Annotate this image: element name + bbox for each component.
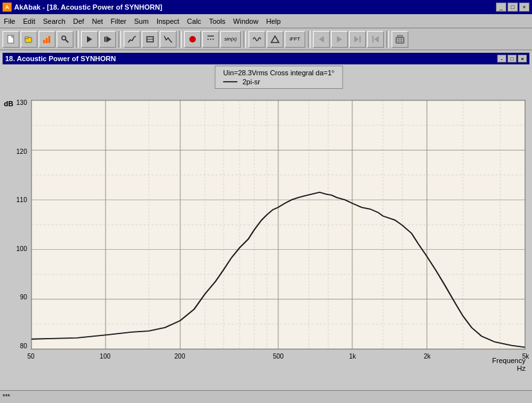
inner-title-buttons: - □ × [497,55,527,62]
svg-marker-8 [87,36,92,42]
triangle-button[interactable] [267,31,283,48]
new-button[interactable] [3,31,19,48]
close-button[interactable]: × [519,3,529,12]
plot-area [31,100,526,350]
tool8-button[interactable] [142,31,158,48]
maximize-button[interactable]: □ [508,3,518,12]
app-icon: A [3,3,12,12]
inner-minimize-button[interactable]: - [497,55,506,62]
inner-window-title: 18. Acoustic Power of SYNHORN [5,55,116,62]
tool-last-button[interactable] [349,31,366,48]
tool5-button[interactable] [81,31,98,48]
ifft-button[interactable]: iFFT [285,31,305,48]
x-tick-2k: 2k [424,353,431,360]
toolbar-sep4 [243,31,246,48]
menu-inspect[interactable]: Inspect [153,16,183,26]
minimize-button[interactable]: _ [496,3,506,12]
y-tick-120: 120 [16,149,27,155]
menu-filter[interactable]: Filter [107,16,130,26]
title-buttons: _ □ × [496,3,529,12]
title-bar: A AkAbak - [18. Acoustic Power of SYNHOR… [0,0,532,14]
tool6-button[interactable] [99,31,116,48]
svg-rect-5 [48,36,50,43]
title-left: A AkAbak - [18. Acoustic Power of SYNHOR… [3,3,162,12]
tool-first-button[interactable] [367,31,384,48]
menu-file[interactable]: File [0,16,19,26]
tool7-button[interactable] [124,31,140,48]
toolbar-sep5 [308,31,310,48]
x-tick-50: 50 [27,353,34,360]
chart-container: dB Uin=28.3Vrms Cross integral da=1° 2pi… [3,64,529,372]
tool-marker-button[interactable] [202,31,219,48]
svg-marker-19 [374,36,379,42]
svg-marker-14 [271,36,279,42]
inner-maximize-button[interactable]: □ [508,55,517,62]
tool-dot-button[interactable] [184,31,201,48]
svg-rect-20 [372,36,374,42]
x-axis-label-container: Frequency Hz [492,351,526,372]
sin-button[interactable]: sin(x) [220,31,241,48]
x-axis-unit: Hz [517,364,526,372]
legend-series-label: 2pi-sr [243,78,261,86]
svg-rect-18 [359,36,361,42]
toolbar-sep6 [386,31,389,48]
tool-left-button[interactable] [313,31,330,48]
wave-button[interactable] [249,31,265,48]
legend-dash-icon [223,81,238,82]
y-tick-100: 100 [16,246,27,252]
menu-edit[interactable]: Edit [19,16,39,26]
open-button[interactable] [21,31,37,48]
toolbar-sep1 [76,31,79,48]
y-axis-ticks: 130 120 110 100 90 80 [3,100,30,350]
tool4-button[interactable] [57,31,73,48]
x-axis-label: Frequency [492,357,526,364]
toolbar: sin(x) iFFT [0,28,532,50]
x-tick-200: 200 [175,353,185,360]
toolbar-sep2 [119,31,121,48]
title-text: AkAbak - [18. Acoustic Power of SYNHORN] [14,3,162,11]
svg-marker-15 [319,36,324,42]
menu-net[interactable]: Net [88,16,107,26]
menu-bar: File Edit Search Def Net Filter Sum Insp… [0,14,532,28]
svg-rect-4 [46,38,48,43]
inner-close-button[interactable]: × [518,55,527,62]
svg-line-7 [65,39,68,42]
x-axis-ticks: 50 100 200 500 1k 2k 5k [31,351,526,372]
status-text-1: *** [3,393,10,400]
svg-point-13 [189,36,196,42]
legend-series: 2pi-sr [223,78,335,86]
menu-search[interactable]: Search [39,16,70,26]
y-tick-110: 110 [16,197,27,203]
y-tick-90: 90 [20,294,27,301]
chart-button[interactable] [39,31,55,48]
tool-list-button[interactable] [392,31,408,48]
svg-rect-9 [104,37,106,42]
chart-svg [32,100,525,349]
legend-box: Uin=28.3Vrms Cross integral da=1° 2pi-sr [215,66,343,89]
y-tick-80: 80 [20,343,27,350]
tool9-button[interactable] [160,31,176,48]
toolbar-sep3 [179,31,182,48]
svg-marker-17 [354,36,359,42]
x-tick-1k: 1k [349,353,356,360]
inner-window-title-bar: 18. Acoustic Power of SYNHORN - □ × [3,53,529,64]
menu-window[interactable]: Window [229,16,262,26]
svg-rect-2 [25,37,28,39]
legend-title: Uin=28.3Vrms Cross integral da=1° [223,69,335,77]
menu-def[interactable]: Def [70,16,88,26]
menu-help[interactable]: Help [262,16,285,26]
svg-marker-16 [337,36,342,42]
x-tick-100: 100 [100,353,111,360]
y-tick-130: 130 [16,100,27,106]
menu-sum[interactable]: Sum [130,16,153,26]
svg-marker-10 [106,36,111,42]
menu-tools[interactable]: Tools [205,16,229,26]
status-bar-1: *** [0,390,532,403]
tool-right-button[interactable] [331,31,348,48]
svg-rect-3 [43,40,45,43]
x-tick-500: 500 [273,353,284,360]
menu-calc[interactable]: Calc [183,16,205,26]
